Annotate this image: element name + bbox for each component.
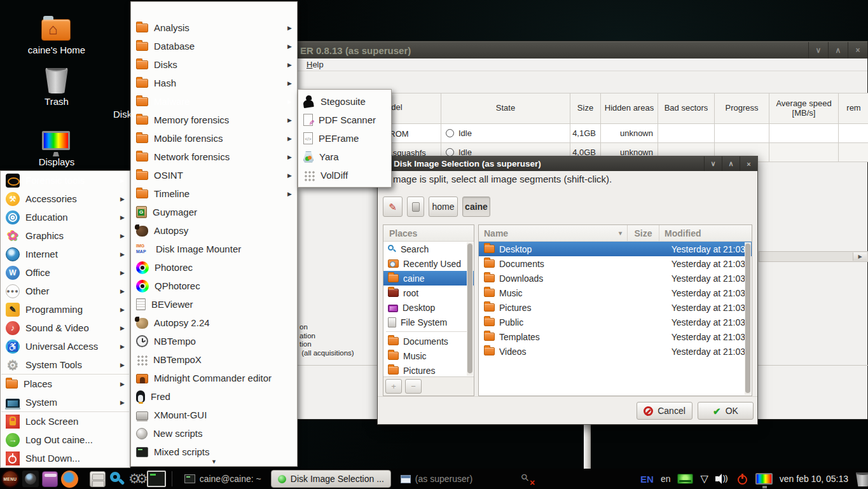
cancel-button[interactable]: Cancel (637, 402, 692, 420)
desktop-icon-label[interactable]: Trash (15, 96, 98, 107)
menu-item-timeline[interactable]: Timeline▶ (131, 184, 297, 203)
language-indicator[interactable]: en (661, 474, 671, 484)
maximize-icon[interactable]: ∧ (828, 42, 848, 59)
remove-place-button[interactable]: − (405, 379, 422, 394)
task-button-as-superuser[interactable]: (as superuser) (394, 471, 479, 487)
menu-item-new-scripts[interactable]: New scripts (131, 424, 297, 443)
menu-item-internet[interactable]: Internet▶ (1, 245, 130, 263)
places-item-caine[interactable]: caine (383, 271, 474, 286)
occluded-desktop-icon-label[interactable]: Disk (113, 109, 132, 120)
file-row[interactable]: MusicYesterday at 21:03 (479, 286, 752, 300)
menu-item-nbtempox[interactable]: NBTempoX (131, 350, 297, 369)
device-hidden-areas-cell[interactable]: unknown (601, 124, 658, 143)
places-item-documents[interactable]: Documents (383, 334, 474, 348)
menu-button[interactable]: MENU (1, 470, 19, 488)
column-header-remaining[interactable]: rem (839, 93, 868, 124)
path-button-caine[interactable]: caine (462, 196, 490, 217)
menu-item-malware[interactable]: Malware▶ (131, 92, 297, 111)
home-folder-icon[interactable] (41, 19, 71, 43)
minimize-icon[interactable]: ∨ (808, 42, 828, 59)
menu-item-places[interactable]: Places▶ (1, 375, 130, 393)
menu-item-database[interactable]: Database▶ (131, 37, 297, 55)
menu-item-disk-image-mounter[interactable]: IMGMAPDisk Image Mounter (131, 240, 297, 258)
add-place-button[interactable]: + (385, 379, 402, 394)
task-button-disk-image-selection[interactable]: Disk Image Selection ... (271, 470, 391, 488)
menu-item-autopsy[interactable]: Autopsy (131, 221, 297, 240)
column-header-hidden-areas[interactable]: Hidden areas (601, 93, 658, 124)
files-scrollbar[interactable] (745, 242, 751, 395)
column-header-progress[interactable]: Progress (715, 93, 769, 124)
menu-item-other[interactable]: ●●●Other▶ (1, 282, 130, 300)
menu-item-accessories[interactable]: ⚒Accessories▶ (1, 189, 130, 208)
scrollbar-thumb[interactable] (745, 244, 750, 393)
menu-item-autopsy-224[interactable]: Autopsy 2.24 (131, 313, 297, 332)
device-progress-cell[interactable] (715, 124, 769, 143)
column-header-modified[interactable]: Modified (659, 225, 752, 241)
close-icon[interactable]: × (848, 42, 867, 59)
device-speed-cell[interactable] (769, 124, 839, 143)
menu-help[interactable]: Help (307, 60, 324, 69)
app-launcher-icon[interactable] (42, 471, 58, 487)
menu-item-system[interactable]: System▶ (1, 393, 130, 411)
column-header-state[interactable]: State (441, 93, 570, 124)
type-filename-button[interactable]: ✎ (383, 196, 403, 217)
settings-gears-icon[interactable]: ⚙⚙ (128, 471, 144, 487)
maximize-icon[interactable]: ∧ (722, 156, 740, 171)
firefox-launcher-icon[interactable] (61, 471, 78, 488)
task-button-terminal[interactable]: caine@caine: ~ (178, 471, 268, 487)
menu-item-yara[interactable]: Yara (298, 148, 391, 166)
terminal-launcher-icon[interactable] (147, 471, 166, 487)
menu-item-nbtempo[interactable]: NBTempo (131, 332, 297, 350)
disk-activity-icon[interactable] (677, 474, 693, 484)
guymager-titlebar[interactable]: ER 0.8.13 (as superuser) ∨ ∧ × (290, 41, 867, 59)
menu-item-forensic-tools[interactable]: Forensic tools▶ (1, 171, 130, 189)
file-manager-launcher-icon[interactable] (90, 471, 106, 487)
network-icon[interactable]: ▽ (700, 473, 708, 485)
menu-item-mobile-forensics[interactable]: Mobile forensics▶ (131, 129, 297, 148)
menu-item-network-forensics[interactable]: Network forensics▶ (131, 148, 297, 166)
menu-item-guymager[interactable]: Guymager (131, 203, 297, 221)
menu-item-universal-access[interactable]: ♿Universal Access▶ (1, 337, 130, 355)
places-item-desktop[interactable]: Desktop (383, 300, 474, 315)
menu-item-peframe[interactable]: </>PEFrame (298, 129, 391, 148)
menu-item-fred[interactable]: Fred (131, 387, 297, 406)
menu-item-voldiff[interactable]: VolDiff (298, 166, 391, 184)
menu-item-analysis[interactable]: Analysis▶ (131, 18, 297, 37)
column-header-average-speed[interactable]: Average speed [MB/s] (769, 93, 839, 124)
menu-item-pdf-scanner[interactable]: PDF Scanner (298, 111, 391, 129)
column-header-name[interactable]: Name▾ (479, 225, 628, 241)
scroll-right-icon[interactable]: ▶ (853, 252, 867, 261)
menu-item-system-tools[interactable]: ⚙System Tools▶ (1, 355, 130, 374)
device-size-cell[interactable]: 4,1GB (570, 124, 601, 143)
menu-item-programming[interactable]: ✎Programming▶ (1, 300, 130, 319)
device-remaining-cell[interactable] (839, 124, 868, 143)
file-row[interactable]: DownloadsYesterday at 21:03 (479, 271, 752, 286)
scrollbar-thumb[interactable] (467, 244, 472, 373)
menu-item-log-out[interactable]: →Log Out caine... (1, 430, 130, 449)
menu-item-hash[interactable]: Hash▶ (131, 74, 297, 92)
close-icon[interactable]: × (740, 156, 757, 171)
menu-item-education[interactable]: Education▶ (1, 208, 130, 226)
displays-icon[interactable] (42, 131, 70, 153)
menu-item-photorec[interactable]: Photorec (131, 258, 297, 277)
trash-icon[interactable] (45, 68, 68, 96)
display-settings-icon[interactable] (755, 473, 773, 485)
menu-item-sound-video[interactable]: ♪Sound & Video▶ (1, 319, 130, 337)
column-header-size[interactable]: Size (628, 225, 659, 241)
muted-input-icon[interactable] (521, 473, 533, 485)
ok-button[interactable]: ✔OK (698, 402, 754, 420)
scroll-down-icon[interactable]: ▼ (131, 458, 297, 465)
menu-item-lock-screen[interactable]: Lock Screen (1, 412, 130, 430)
file-row[interactable]: PublicYesterday at 21:03 (479, 315, 752, 329)
menu-item-qphotorec[interactable]: QPhotorec (131, 277, 297, 295)
device-bad-sectors-cell[interactable] (658, 124, 715, 143)
device-speed-cell[interactable] (769, 143, 839, 162)
menu-item-office[interactable]: WOffice▶ (1, 263, 130, 282)
places-item-search[interactable]: Search (383, 242, 474, 256)
menu-item-memory-forensics[interactable]: Memory forensics▶ (131, 111, 297, 129)
screenshot-launcher-icon[interactable] (22, 471, 39, 487)
file-row[interactable]: VideosYesterday at 21:03 (479, 344, 752, 359)
menu-item-beviewer[interactable]: BEViewer (131, 295, 297, 313)
menu-item-shut-down[interactable]: Shut Down... (1, 449, 130, 467)
dialog-titlebar[interactable]: Disk Image Selection (as superuser) ∨ ∧ … (378, 156, 757, 171)
